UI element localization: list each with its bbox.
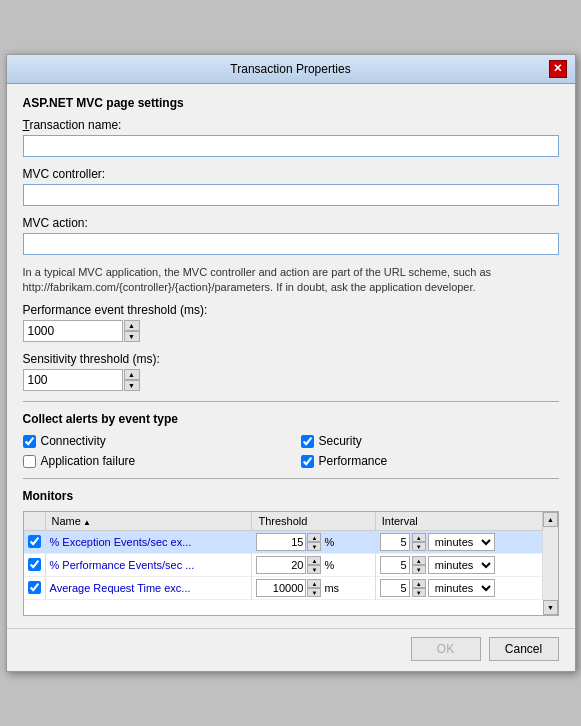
- monitor-interval-cell-0: ▲▼minutessecondshours: [375, 531, 542, 554]
- alerts-section-title: Collect alerts by event type: [23, 412, 559, 426]
- mvc-action-label: MVC action:: [23, 216, 559, 230]
- monitor-interval-select-0[interactable]: minutessecondshours: [428, 533, 495, 551]
- monitors-scroll-area[interactable]: Name Threshold Interval % Exception Even…: [24, 512, 543, 615]
- monitors-table-container: Name Threshold Interval % Exception Even…: [23, 511, 559, 616]
- checkbox-app-failure: Application failure: [23, 454, 281, 468]
- sensitivity-threshold-down-btn[interactable]: ▼: [124, 380, 140, 391]
- monitor-name-2: Average Request Time exc...: [45, 577, 252, 600]
- monitor-threshold-unit-0: %: [324, 536, 334, 548]
- monitor-threshold-cell-0: ▲▼%: [252, 531, 375, 554]
- mvc-action-group: MVC action:: [23, 216, 559, 255]
- table-row: % Exception Events/sec ex...▲▼%▲▼minutes…: [24, 531, 543, 554]
- perf-threshold-up-btn[interactable]: ▲: [124, 320, 140, 331]
- cancel-button[interactable]: Cancel: [489, 637, 559, 661]
- monitor-interval-up-2[interactable]: ▲: [412, 579, 426, 588]
- header-interval-col: Interval: [375, 512, 542, 531]
- security-label: Security: [319, 434, 362, 448]
- monitor-interval-select-2[interactable]: minutessecondshours: [428, 579, 495, 597]
- monitor-threshold-down-1[interactable]: ▼: [307, 565, 321, 574]
- scroll-track[interactable]: [543, 527, 558, 600]
- titlebar: Transaction Properties ✕: [7, 55, 575, 84]
- perf-threshold-spinner: ▲ ▼: [23, 320, 559, 342]
- monitor-interval-select-1[interactable]: minutessecondshours: [428, 556, 495, 574]
- monitor-check-cell-2: [24, 577, 46, 600]
- alerts-section: Collect alerts by event type Connectivit…: [23, 412, 559, 468]
- monitor-interval-input-2[interactable]: [380, 579, 410, 597]
- transaction-name-input[interactable]: [23, 135, 559, 157]
- monitor-threshold-up-0[interactable]: ▲: [307, 533, 321, 542]
- section-divider-1: [23, 401, 559, 402]
- mvc-controller-input[interactable]: [23, 184, 559, 206]
- performance-label: Performance: [319, 454, 388, 468]
- monitor-threshold-input-0[interactable]: [256, 533, 306, 551]
- performance-checkbox[interactable]: [301, 455, 314, 468]
- close-button[interactable]: ✕: [549, 60, 567, 78]
- monitor-interval-down-2[interactable]: ▼: [412, 588, 426, 597]
- perf-threshold-label: Performance event threshold (ms):: [23, 303, 559, 317]
- mvc-controller-group: MVC controller:: [23, 167, 559, 206]
- monitor-threshold-up-1[interactable]: ▲: [307, 556, 321, 565]
- header-check-col: [24, 512, 46, 531]
- monitor-checkbox-1[interactable]: [28, 558, 41, 571]
- mvc-action-input[interactable]: [23, 233, 559, 255]
- perf-threshold-down-btn[interactable]: ▼: [124, 331, 140, 342]
- monitor-threshold-up-2[interactable]: ▲: [307, 579, 321, 588]
- monitor-interval-input-1[interactable]: [380, 556, 410, 574]
- monitor-threshold-cell-1: ▲▼%: [252, 554, 375, 577]
- monitor-threshold-spin-1: ▲▼: [307, 556, 321, 574]
- sensitivity-threshold-label: Sensitivity threshold (ms):: [23, 352, 559, 366]
- monitor-threshold-unit-2: ms: [324, 582, 339, 594]
- perf-threshold-input[interactable]: [23, 320, 123, 342]
- monitors-table-header-row: Name Threshold Interval: [24, 512, 543, 531]
- sensitivity-threshold-spinner: ▲ ▼: [23, 369, 559, 391]
- monitor-interval-down-0[interactable]: ▼: [412, 542, 426, 551]
- dialog-content: ASP.NET MVC page settings Transaction na…: [7, 84, 575, 629]
- ok-button[interactable]: OK: [411, 637, 481, 661]
- transaction-name-label-text: ransaction name:: [29, 118, 121, 132]
- checkbox-performance: Performance: [301, 454, 559, 468]
- monitor-check-cell-0: [24, 531, 46, 554]
- transaction-name-group: Transaction name:: [23, 118, 559, 157]
- monitor-threshold-input-1[interactable]: [256, 556, 306, 574]
- monitor-threshold-down-0[interactable]: ▼: [307, 542, 321, 551]
- perf-threshold-group: Performance event threshold (ms): ▲ ▼: [23, 303, 559, 342]
- monitor-threshold-unit-1: %: [324, 559, 334, 571]
- monitor-checkbox-2[interactable]: [28, 581, 41, 594]
- monitors-title: Monitors: [23, 489, 559, 503]
- monitor-threshold-input-2[interactable]: [256, 579, 306, 597]
- monitor-interval-spin-1: ▲▼: [412, 556, 426, 574]
- monitors-scrollbar[interactable]: ▲ ▼: [543, 512, 558, 615]
- transaction-name-label: Transaction name:: [23, 118, 559, 132]
- sensitivity-threshold-up-btn[interactable]: ▲: [124, 369, 140, 380]
- monitor-interval-cell-1: ▲▼minutessecondshours: [375, 554, 542, 577]
- security-checkbox[interactable]: [301, 435, 314, 448]
- monitor-interval-up-1[interactable]: ▲: [412, 556, 426, 565]
- app-failure-checkbox[interactable]: [23, 455, 36, 468]
- table-row: Average Request Time exc...▲▼ms▲▼minutes…: [24, 577, 543, 600]
- monitor-interval-input-0[interactable]: [380, 533, 410, 551]
- monitor-interval-spin-0: ▲▼: [412, 533, 426, 551]
- connectivity-label: Connectivity: [41, 434, 106, 448]
- monitor-interval-down-1[interactable]: ▼: [412, 565, 426, 574]
- sensitivity-threshold-group: Sensitivity threshold (ms): ▲ ▼: [23, 352, 559, 391]
- alerts-checkbox-grid: Connectivity Security Application failur…: [23, 434, 559, 468]
- asp-section-title: ASP.NET MVC page settings: [23, 96, 559, 110]
- monitor-name-0: % Exception Events/sec ex...: [45, 531, 252, 554]
- transaction-properties-dialog: Transaction Properties ✕ ASP.NET MVC pag…: [6, 54, 576, 673]
- connectivity-checkbox[interactable]: [23, 435, 36, 448]
- mvc-controller-label: MVC controller:: [23, 167, 559, 181]
- monitor-checkbox-0[interactable]: [28, 535, 41, 548]
- header-name-col[interactable]: Name: [45, 512, 252, 531]
- scroll-up-btn[interactable]: ▲: [543, 512, 558, 527]
- mvc-info-text: In a typical MVC application, the MVC co…: [23, 265, 559, 296]
- scroll-down-btn[interactable]: ▼: [543, 600, 558, 615]
- app-failure-label: Application failure: [41, 454, 136, 468]
- monitor-interval-cell-2: ▲▼minutessecondshours: [375, 577, 542, 600]
- sensitivity-threshold-input[interactable]: [23, 369, 123, 391]
- monitor-interval-spin-2: ▲▼: [412, 579, 426, 597]
- monitor-name-1: % Performance Events/sec ...: [45, 554, 252, 577]
- monitors-table: Name Threshold Interval % Exception Even…: [24, 512, 543, 600]
- monitor-interval-up-0[interactable]: ▲: [412, 533, 426, 542]
- monitor-threshold-down-2[interactable]: ▼: [307, 588, 321, 597]
- header-threshold-col: Threshold: [252, 512, 375, 531]
